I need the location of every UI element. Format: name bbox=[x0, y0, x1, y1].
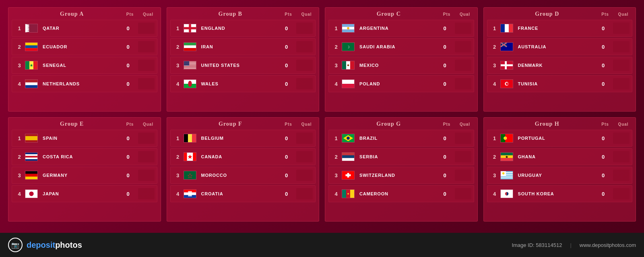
svg-rect-9 bbox=[25, 61, 29, 70]
group-B-qual-header: Qual bbox=[297, 12, 316, 17]
team-row-denmark: 3DENMARK0 bbox=[487, 57, 633, 74]
group-H-header: Group HPtsQual bbox=[487, 121, 633, 127]
rank-argentina: 1 bbox=[330, 25, 342, 31]
group-B-title: Group B bbox=[182, 11, 280, 17]
svg-point-78 bbox=[29, 191, 33, 196]
svg-rect-15 bbox=[25, 85, 37, 88]
group-B-table: Group BPtsQual1ENGLAND02IRAN03UNITED STA… bbox=[167, 7, 320, 112]
qual-portugal bbox=[613, 133, 630, 144]
pts-australia: 0 bbox=[594, 44, 612, 50]
qual-tunisia bbox=[613, 78, 630, 89]
qual-germany bbox=[138, 170, 155, 181]
group-E-title: Group E bbox=[23, 121, 121, 127]
pts-mexico: 0 bbox=[436, 62, 454, 68]
rank-serbia: 2 bbox=[330, 154, 342, 160]
rank-qatar: 1 bbox=[14, 25, 25, 31]
qual-argentina bbox=[455, 23, 471, 34]
rank-belgium: 1 bbox=[172, 135, 184, 141]
rank-southkorea: 4 bbox=[489, 191, 500, 197]
svg-rect-51 bbox=[501, 24, 505, 33]
svg-rect-49 bbox=[342, 80, 354, 84]
svg-rect-69 bbox=[25, 153, 37, 154]
pts-cameroon: 0 bbox=[436, 191, 454, 197]
svg-rect-101 bbox=[342, 190, 346, 198]
svg-rect-11 bbox=[33, 61, 37, 70]
svg-point-107 bbox=[504, 137, 507, 140]
svg-rect-20 bbox=[184, 46, 196, 48]
svg-rect-75 bbox=[25, 174, 37, 177]
rank-senegal: 3 bbox=[14, 62, 25, 68]
team-row-serbia: 2SERBIA0 bbox=[328, 148, 474, 165]
group-D-qual-header: Qual bbox=[614, 12, 632, 17]
group-H-title: Group H bbox=[498, 121, 597, 127]
country-name-tunisia: TUNISIA bbox=[516, 81, 594, 86]
pts-england: 0 bbox=[277, 25, 295, 31]
svg-rect-21 bbox=[184, 48, 196, 51]
country-name-argentina: ARGENTINA bbox=[357, 26, 436, 31]
pts-argentina: 0 bbox=[436, 25, 454, 31]
country-name-netherlands: NETHERLANDS bbox=[40, 81, 119, 86]
team-row-croatia: 4CROATIA0 bbox=[170, 185, 316, 202]
country-name-uruguay: URUGUAY bbox=[516, 173, 594, 178]
rank-iran: 2 bbox=[172, 44, 184, 50]
qual-ghana bbox=[613, 151, 630, 162]
flag-portugal bbox=[500, 134, 513, 143]
group-G-qual-header: Qual bbox=[456, 122, 474, 126]
qual-croatia bbox=[296, 188, 313, 199]
team-row-saudi: 2☽SAUDI ARABIA0 bbox=[328, 38, 474, 55]
rank-england: 1 bbox=[172, 25, 184, 31]
team-row-canada: 2CANADA0 bbox=[170, 148, 316, 165]
team-row-argentina: 1ARGENTINA0 bbox=[328, 20, 474, 37]
group-C-title: Group C bbox=[340, 11, 438, 17]
rank-cameroon: 4 bbox=[330, 191, 342, 197]
pts-senegal: 0 bbox=[119, 62, 137, 68]
svg-rect-39 bbox=[342, 24, 354, 27]
svg-rect-32 bbox=[184, 68, 196, 68]
group-A-table: Group APtsQual1QATAR02ECUADOR03SENEGAL04… bbox=[8, 7, 161, 112]
country-name-morocco: MOROCCO bbox=[199, 173, 278, 178]
group-F-header: Group FPtsQual bbox=[170, 121, 316, 127]
country-name-wales: WALES bbox=[199, 81, 278, 86]
team-row-cameroon: 4CAMEROON0 bbox=[328, 185, 474, 202]
flag-poland bbox=[342, 79, 355, 88]
pts-croatia: 0 bbox=[277, 191, 295, 197]
group-C-pts-header: Pts bbox=[438, 12, 456, 17]
rank-poland: 4 bbox=[330, 81, 342, 87]
qual-qatar bbox=[138, 23, 155, 34]
flag-mexico bbox=[342, 61, 355, 70]
pts-ghana: 0 bbox=[594, 154, 612, 160]
rank-wales: 4 bbox=[172, 81, 184, 87]
pts-belgium: 0 bbox=[277, 135, 295, 141]
group-G-header: Group GPtsQual bbox=[328, 121, 474, 127]
svg-rect-70 bbox=[25, 154, 37, 156]
rank-canada: 2 bbox=[172, 154, 184, 160]
flag-croatia bbox=[184, 189, 196, 198]
pts-japan: 0 bbox=[119, 191, 137, 197]
rank-saudi: 2 bbox=[330, 44, 342, 50]
flag-saudi: ☽ bbox=[342, 42, 355, 51]
group-A-header: Group APtsQual bbox=[12, 11, 157, 17]
country-name-qatar: QATAR bbox=[40, 26, 119, 31]
team-row-japan: 4JAPAN0 bbox=[12, 185, 157, 202]
rank-tunisia: 4 bbox=[489, 81, 500, 87]
team-row-ghana: 2GHANA0 bbox=[487, 148, 633, 165]
flag-germany bbox=[25, 171, 38, 180]
rank-denmark: 3 bbox=[489, 62, 500, 68]
group-B-header: Group BPtsQual bbox=[170, 11, 316, 17]
country-name-croatia: CROATIA bbox=[199, 191, 278, 196]
group-H-qual-header: Qual bbox=[614, 122, 632, 126]
image-id: Image ID: 583114512 bbox=[512, 242, 562, 248]
rank-morocco: 3 bbox=[172, 172, 184, 178]
country-name-australia: AUSTRALIA bbox=[516, 44, 594, 49]
svg-rect-35 bbox=[184, 61, 189, 66]
pts-brazil: 0 bbox=[436, 135, 454, 141]
svg-text:☽: ☽ bbox=[347, 45, 350, 49]
svg-rect-52 bbox=[504, 24, 508, 33]
svg-rect-62 bbox=[501, 64, 513, 66]
flag-canada bbox=[184, 152, 196, 161]
svg-rect-33 bbox=[184, 68, 196, 69]
rank-costarica: 2 bbox=[14, 154, 25, 160]
flag-england bbox=[184, 24, 196, 33]
team-row-costarica: 2COSTA RICA0 bbox=[12, 148, 157, 165]
website: www.depositphotos.com bbox=[580, 242, 636, 248]
